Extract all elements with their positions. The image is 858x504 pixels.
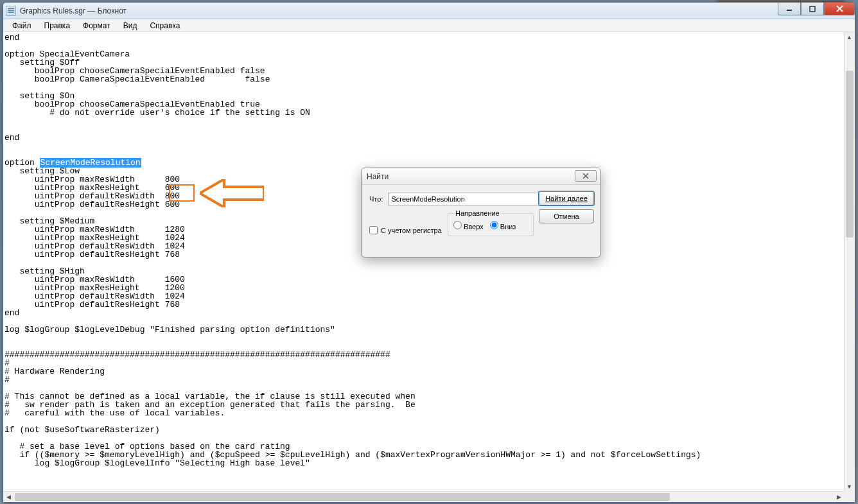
find-dialog-close-button[interactable] — [575, 170, 597, 182]
find-dialog-title: Найти — [367, 172, 389, 181]
menubar: Файл Правка Формат Вид Справка — [3, 19, 855, 32]
horizontal-scrollbar[interactable]: ◀ ▶ — [3, 491, 844, 502]
menu-edit[interactable]: Правка — [38, 20, 77, 31]
scroll-up-icon[interactable]: ▲ — [845, 32, 854, 42]
menu-view[interactable]: Вид — [117, 20, 144, 31]
scroll-right-icon[interactable]: ▶ — [834, 492, 844, 501]
scroll-corner — [844, 491, 855, 502]
find-next-label: Найти далее — [545, 195, 588, 202]
direction-label: Направление — [453, 209, 502, 217]
menu-format[interactable]: Формат — [76, 20, 117, 31]
close-button[interactable] — [824, 3, 855, 15]
minimize-button[interactable] — [778, 3, 801, 15]
up-label: Вверх — [464, 223, 484, 230]
menu-file[interactable]: Файл — [6, 20, 38, 31]
scroll-left-icon[interactable]: ◀ — [3, 492, 13, 501]
match-case-label: С учетом регистра — [381, 227, 442, 234]
direction-down-option[interactable]: Вниз — [490, 221, 516, 230]
menu-help[interactable]: Справка — [143, 20, 186, 31]
match-case-checkbox[interactable] — [369, 226, 378, 234]
direction-down-radio[interactable] — [490, 221, 498, 229]
direction-group: Направление Вверх Вниз — [448, 209, 534, 236]
close-icon — [836, 5, 843, 12]
down-label: Вниз — [500, 223, 516, 230]
svg-rect-1 — [810, 6, 815, 12]
minimize-icon — [786, 6, 792, 12]
cancel-button[interactable]: Отмена — [539, 209, 594, 223]
text-area-container: end option SpecialEventCamera setting $O… — [3, 32, 855, 502]
scroll-down-icon[interactable]: ▼ — [845, 482, 854, 492]
match-case-option[interactable]: С учетом регистра — [369, 226, 442, 234]
notepad-icon — [6, 6, 16, 16]
find-dialog: Найти Что: Найти далее Отмена Направлени… — [361, 168, 601, 257]
text-editor[interactable]: end option SpecialEventCamera setting $O… — [4, 33, 843, 491]
scroll-thumb-v[interactable] — [846, 71, 854, 238]
scroll-thumb-h[interactable] — [15, 493, 670, 501]
titlebar[interactable]: Graphics Rules.sgr — Блокнот — [3, 3, 855, 19]
direction-up-option[interactable]: Вверх — [453, 221, 484, 230]
text-pre: end option SpecialEventCamera setting $O… — [4, 33, 310, 168]
direction-up-radio[interactable] — [453, 221, 462, 229]
find-next-button[interactable]: Найти далее — [539, 191, 594, 205]
vertical-scrollbar[interactable]: ▲ ▼ — [844, 32, 855, 492]
find-dialog-titlebar[interactable]: Найти — [362, 168, 600, 185]
window-title: Graphics Rules.sgr — Блокнот — [20, 6, 127, 15]
find-what-label: Что: — [369, 195, 383, 203]
maximize-button[interactable] — [801, 3, 824, 15]
close-icon — [582, 173, 590, 179]
maximize-icon — [809, 6, 816, 12]
